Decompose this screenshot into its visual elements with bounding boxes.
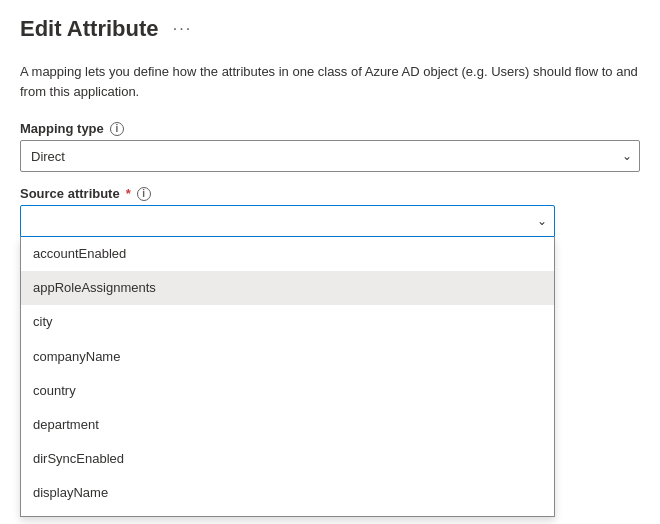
required-indicator: * [126, 186, 131, 201]
mapping-type-select[interactable]: Direct Expression Constant [20, 140, 640, 172]
list-item[interactable]: employeeHireDate [21, 511, 554, 518]
mapping-type-info-icon[interactable]: i [110, 122, 124, 136]
source-attribute-dropdown: ⌄ accountEnabled appRoleAssignments city… [20, 205, 640, 517]
list-item[interactable]: department [21, 408, 554, 442]
mapping-type-field: Mapping type i Direct Expression Constan… [20, 121, 640, 172]
list-item[interactable]: dirSyncEnabled [21, 442, 554, 476]
source-attribute-list: accountEnabled appRoleAssignments city c… [20, 237, 555, 517]
source-attribute-info-icon[interactable]: i [137, 187, 151, 201]
list-item[interactable]: companyName [21, 340, 554, 374]
mapping-type-label: Mapping type i [20, 121, 640, 136]
mapping-type-select-wrapper: Direct Expression Constant ⌄ [20, 140, 640, 172]
page-title-row: Edit Attribute ··· [20, 16, 640, 42]
list-item[interactable]: appRoleAssignments [21, 271, 554, 305]
source-attribute-label: Source attribute * i [20, 186, 640, 201]
source-attribute-input[interactable] [20, 205, 555, 237]
source-attribute-field: Source attribute * i ⌄ accountEnabled ap… [20, 186, 640, 517]
list-item[interactable]: city [21, 305, 554, 339]
page-title: Edit Attribute [20, 16, 159, 42]
list-item[interactable]: country [21, 374, 554, 408]
ellipsis-menu-button[interactable]: ··· [169, 17, 197, 41]
list-item[interactable]: accountEnabled [21, 237, 554, 271]
page-description: A mapping lets you define how the attrib… [20, 62, 640, 101]
list-item[interactable]: displayName [21, 476, 554, 510]
